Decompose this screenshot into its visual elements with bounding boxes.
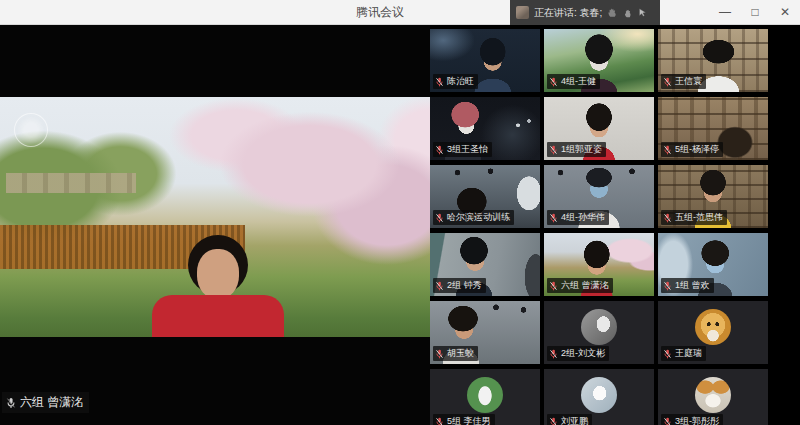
participant-tile[interactable]: 五组-范思伟	[658, 165, 768, 228]
muted-mic-icon	[663, 417, 672, 425]
mic-icon	[6, 397, 16, 409]
participant-tile[interactable]: 哈尔滨运动训练	[430, 165, 540, 228]
participant-tile[interactable]: 六组 曾潇洺	[544, 233, 654, 296]
window-title: 腾讯会议	[356, 0, 404, 24]
muted-mic-icon	[435, 281, 444, 291]
participant-tile[interactable]: 4组-王健	[544, 29, 654, 92]
participant-name: 1组 曾欢	[675, 279, 710, 292]
main-video-name: 六组 曾潇洺	[20, 394, 83, 411]
participant-name: 陈治旺	[447, 75, 474, 88]
participant-tile[interactable]: 王庭瑞	[658, 301, 768, 364]
participant-name-label: 3组-郭彤彤	[661, 414, 723, 425]
participant-tile[interactable]: 1组 曾欢	[658, 233, 768, 296]
participant-tile[interactable]: 陈治旺	[430, 29, 540, 92]
participant-name-label: 五组-范思伟	[661, 210, 727, 225]
muted-mic-icon	[435, 417, 444, 425]
participant-name-label: 1组郭亚姿	[547, 142, 606, 157]
participant-name: 刘亚鹏	[561, 415, 588, 425]
participant-name: 4组-孙华伟	[561, 211, 605, 224]
participant-name-label: 哈尔滨运动训练	[433, 210, 514, 225]
participant-name-label: 胡玉蛟	[433, 346, 478, 361]
participant-name-label: 陈治旺	[433, 74, 478, 89]
minimize-button[interactable]: —	[710, 0, 740, 25]
participant-tile[interactable]: 1组郭亚姿	[544, 97, 654, 160]
participant-name-label: 王庭瑞	[661, 346, 706, 361]
participant-name-label: 2组-刘文彬	[547, 346, 609, 361]
main-video[interactable]	[0, 97, 430, 337]
meeting-window: 腾讯会议 正在讲话: 袁春; — □ ✕	[0, 0, 800, 425]
participant-tile[interactable]: 王信寰	[658, 29, 768, 92]
participant-name-label: 4组-王健	[547, 74, 600, 89]
participant-name-label: 六组 曾潇洺	[547, 278, 613, 293]
muted-mic-icon	[435, 145, 444, 155]
muted-mic-icon	[549, 77, 558, 87]
participant-name: 六组 曾潇洺	[561, 279, 609, 292]
participant-tile[interactable]: 4组-孙华伟	[544, 165, 654, 228]
participant-name: 哈尔滨运动训练	[447, 211, 510, 224]
speaker-face	[197, 249, 239, 299]
muted-mic-icon	[549, 213, 558, 223]
speaker-red-shirt	[152, 295, 284, 337]
main-stage: 六组 曾潇洺	[0, 25, 430, 425]
participant-name-label: 5组 李佳男	[433, 414, 495, 425]
speaker-avatar	[516, 6, 529, 19]
participant-tile[interactable]: 刘亚鹏	[544, 369, 654, 425]
window-controls: — □ ✕	[710, 0, 800, 25]
participant-name-label: 3组王圣怡	[433, 142, 492, 157]
participant-name-label: 刘亚鹏	[547, 414, 592, 425]
participant-name: 王庭瑞	[675, 347, 702, 360]
participant-name-label: 王信寰	[661, 74, 706, 89]
participant-name-label: 1组 曾欢	[661, 278, 714, 293]
muted-mic-icon	[435, 349, 444, 359]
participant-name: 5组 李佳男	[447, 415, 491, 425]
titlebar: 腾讯会议 正在讲话: 袁春; — □ ✕	[0, 0, 800, 25]
participant-tile[interactable]: 2组-刘文彬	[544, 301, 654, 364]
muted-mic-icon	[549, 145, 558, 155]
cursor-icon	[638, 8, 647, 17]
participant-name: 1组郭亚姿	[561, 143, 602, 156]
muted-mic-icon	[663, 349, 672, 359]
participant-name: 胡玉蛟	[447, 347, 474, 360]
muted-mic-icon	[663, 145, 672, 155]
participant-tile[interactable]: 2组 钟秀	[430, 233, 540, 296]
participant-name: 2组-刘文彬	[561, 347, 605, 360]
speaking-text: 正在讲话: 袁春;	[534, 6, 602, 20]
participant-name: 2组 钟秀	[447, 279, 482, 292]
participant-name: 3组-郭彤彤	[675, 415, 719, 425]
participant-name: 4组-王健	[561, 75, 596, 88]
participant-avatar	[581, 309, 617, 345]
participant-name-label: 4组-孙华伟	[547, 210, 609, 225]
participant-name-label: 5组-杨泽停	[661, 142, 723, 157]
participant-tile[interactable]: 5组 李佳男	[430, 369, 540, 425]
participant-tile[interactable]: 3组王圣怡	[430, 97, 540, 160]
muted-mic-icon	[663, 77, 672, 87]
muted-mic-icon	[549, 349, 558, 359]
participant-tile[interactable]: 5组-杨泽停	[658, 97, 768, 160]
muted-mic-icon	[549, 417, 558, 425]
background-buildings	[6, 173, 136, 193]
applause-icon	[607, 7, 618, 18]
maximize-button[interactable]: □	[740, 0, 770, 25]
muted-mic-icon	[663, 281, 672, 291]
speaking-toast: 正在讲话: 袁春;	[510, 0, 660, 25]
main-video-label: 六组 曾潇洺	[2, 392, 89, 413]
muted-mic-icon	[549, 281, 558, 291]
participant-tile[interactable]: 胡玉蛟	[430, 301, 540, 364]
participants-grid: 陈治旺4组-王健王信寰3组王圣怡1组郭亚姿5组-杨泽停哈尔滨运动训练4组-孙华伟…	[430, 29, 768, 425]
participant-avatar	[581, 377, 617, 413]
participant-name: 3组王圣怡	[447, 143, 488, 156]
raise-hand-icon	[623, 8, 633, 18]
muted-mic-icon	[663, 213, 672, 223]
participant-avatar	[695, 309, 731, 345]
participant-avatar	[467, 377, 503, 413]
participant-name: 5组-杨泽停	[675, 143, 719, 156]
participant-avatar	[695, 377, 731, 413]
participant-name: 五组-范思伟	[675, 211, 723, 224]
close-button[interactable]: ✕	[770, 0, 800, 25]
muted-mic-icon	[435, 77, 444, 87]
participant-name: 王信寰	[675, 75, 702, 88]
watermark-logo	[14, 113, 48, 147]
participant-name-label: 2组 钟秀	[433, 278, 486, 293]
muted-mic-icon	[435, 213, 444, 223]
participant-tile[interactable]: 3组-郭彤彤	[658, 369, 768, 425]
